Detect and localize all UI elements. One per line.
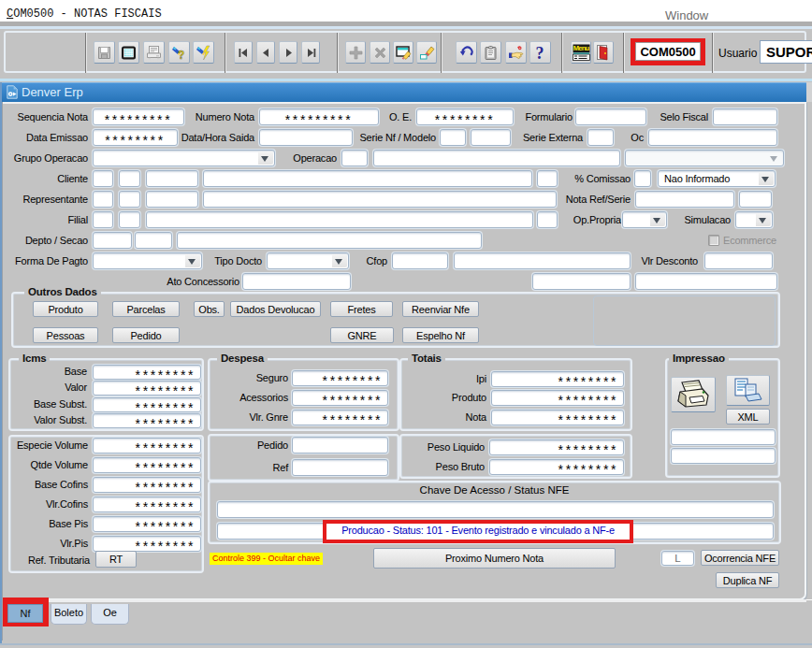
svg-text:?: ? (178, 49, 184, 61)
svg-text:Menu: Menu (573, 44, 589, 52)
svg-text:?: ? (536, 45, 544, 61)
